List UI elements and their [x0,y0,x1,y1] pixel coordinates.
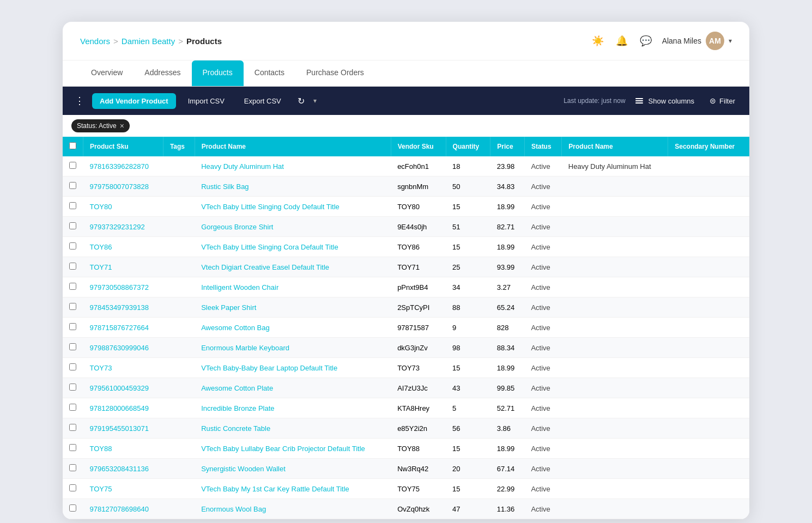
row-sku[interactable]: 978127078698640 [83,499,163,519]
row-checkbox[interactable] [69,283,76,290]
tab-products[interactable]: Products [192,60,244,86]
row-sku[interactable]: TOY80 [83,197,163,217]
row-sku[interactable]: 978715876727664 [83,318,163,338]
row-checkbox-cell[interactable] [63,318,83,338]
col-secondary-number[interactable]: Secondary Number [668,137,749,156]
user-section[interactable]: Alana Miles AM ▾ [662,32,732,50]
chat-icon[interactable]: 💬 [638,33,653,48]
row-sku[interactable]: 979653208431136 [83,459,163,479]
row-checkbox-cell[interactable] [63,479,83,499]
row-checkbox-cell[interactable] [63,257,83,277]
row-checkbox[interactable] [69,242,76,250]
row-product-name[interactable]: Intelligent Wooden Chair [195,277,391,297]
col-product-name-2[interactable]: Product Name [562,137,668,156]
row-product-name[interactable]: Awesome Cotton Bag [195,318,391,338]
bell-icon[interactable]: 🔔 [614,33,629,48]
row-checkbox[interactable] [69,323,76,330]
row-checkbox[interactable] [69,404,76,411]
col-tags[interactable]: Tags [163,137,195,156]
row-sku[interactable]: 978163396282870 [83,156,163,177]
col-vendor-sku[interactable]: Vendor Sku [391,137,446,156]
refresh-caret[interactable]: ▾ [313,97,317,105]
row-sku[interactable]: TOY75 [83,479,163,499]
row-checkbox-cell[interactable] [63,177,83,197]
row-product-name[interactable]: VTech Baby Lullaby Bear Crib Projector D… [195,439,391,459]
breadcrumb-vendors[interactable]: Vendors [80,37,110,46]
row-sku[interactable]: 978128000668549 [83,398,163,418]
row-checkbox[interactable] [69,464,76,471]
select-all-header[interactable] [63,137,83,156]
row-sku[interactable]: 979561000459329 [83,378,163,398]
row-sku[interactable]: 979758007073828 [83,177,163,197]
row-product-name[interactable]: Enormous Marble Keyboard [195,338,391,358]
row-product-name[interactable]: Synergistic Wooden Wallet [195,459,391,479]
row-checkbox-cell[interactable] [63,197,83,217]
row-product-name[interactable]: Heavy Duty Aluminum Hat [195,156,391,177]
refresh-button[interactable]: ↻ [293,94,309,108]
row-checkbox[interactable] [69,222,76,229]
tab-addresses[interactable]: Addresses [134,60,191,86]
filter-button[interactable]: ⊜ Filter [704,93,741,108]
col-status[interactable]: Status [524,137,561,156]
row-checkbox[interactable] [69,504,76,512]
row-checkbox[interactable] [69,484,76,491]
sun-icon[interactable]: ☀️ [590,33,605,48]
row-product-name[interactable]: Enormous Wool Bag [195,499,391,519]
row-checkbox[interactable] [69,343,76,350]
add-vendor-product-button[interactable]: Add Vendor Product [92,93,176,109]
tab-overview[interactable]: Overview [80,60,134,86]
row-product-name[interactable]: VTech Baby-Baby Bear Laptop Default Titl… [195,358,391,378]
tab-contacts[interactable]: Contacts [244,60,295,86]
row-product-name[interactable]: Rustic Concrete Table [195,418,391,439]
row-checkbox[interactable] [69,384,76,391]
row-sku[interactable]: TOY86 [83,237,163,257]
row-product-name[interactable]: Rustic Silk Bag [195,177,391,197]
row-checkbox[interactable] [69,424,76,431]
row-checkbox-cell[interactable] [63,156,83,177]
row-sku[interactable]: 979730508867372 [83,277,163,297]
tab-purchase-orders[interactable]: Purchase Orders [295,60,375,86]
row-checkbox[interactable] [69,162,76,169]
row-checkbox-cell[interactable] [63,237,83,257]
row-sku[interactable]: 97937329231292 [83,217,163,237]
row-sku[interactable]: TOY71 [83,257,163,277]
col-quantity[interactable]: Quantity [446,137,490,156]
row-checkbox-cell[interactable] [63,277,83,297]
row-checkbox-cell[interactable] [63,499,83,519]
row-sku[interactable]: TOY73 [83,358,163,378]
row-checkbox-cell[interactable] [63,439,83,459]
row-checkbox-cell[interactable] [63,297,83,318]
filter-tag-close[interactable]: × [120,121,124,130]
row-checkbox-cell[interactable] [63,338,83,358]
import-csv-button[interactable]: Import CSV [180,93,232,109]
row-checkbox-cell[interactable] [63,459,83,479]
row-product-name[interactable]: Awesome Cotton Plate [195,378,391,398]
row-product-name[interactable]: Sleek Paper Shirt [195,297,391,318]
export-csv-button[interactable]: Export CSV [237,93,289,109]
row-checkbox-cell[interactable] [63,378,83,398]
row-checkbox[interactable] [69,363,76,370]
row-checkbox-cell[interactable] [63,418,83,439]
row-product-name[interactable]: VTech Baby Little Singing Cody Default T… [195,197,391,217]
select-all-checkbox[interactable] [69,142,76,149]
row-checkbox[interactable] [69,303,76,310]
row-checkbox-cell[interactable] [63,358,83,378]
row-product-name[interactable]: Incredible Bronze Plate [195,398,391,418]
row-sku[interactable]: 979887630999046 [83,338,163,358]
row-product-name[interactable]: Vtech Digiart Creative Easel Default Tit… [195,257,391,277]
breadcrumb-damien[interactable]: Damien Beatty [122,37,175,46]
row-sku[interactable]: 979195455013071 [83,418,163,439]
row-sku[interactable]: 978453497939138 [83,297,163,318]
row-product-name[interactable]: Gorgeous Bronze Shirt [195,217,391,237]
row-product-name[interactable]: VTech Baby Little Singing Cora Default T… [195,237,391,257]
row-sku[interactable]: TOY88 [83,439,163,459]
more-options-icon[interactable]: ⋮ [71,95,88,107]
row-checkbox-cell[interactable] [63,217,83,237]
row-checkbox[interactable] [69,202,76,209]
row-product-name[interactable]: VTech Baby My 1st Car Key Rattle Default… [195,479,391,499]
row-checkbox-cell[interactable] [63,398,83,418]
col-product-sku[interactable]: Product Sku [83,137,163,156]
col-price[interactable]: Price [490,137,525,156]
row-checkbox[interactable] [69,182,76,189]
col-product-name[interactable]: Product Name [195,137,391,156]
